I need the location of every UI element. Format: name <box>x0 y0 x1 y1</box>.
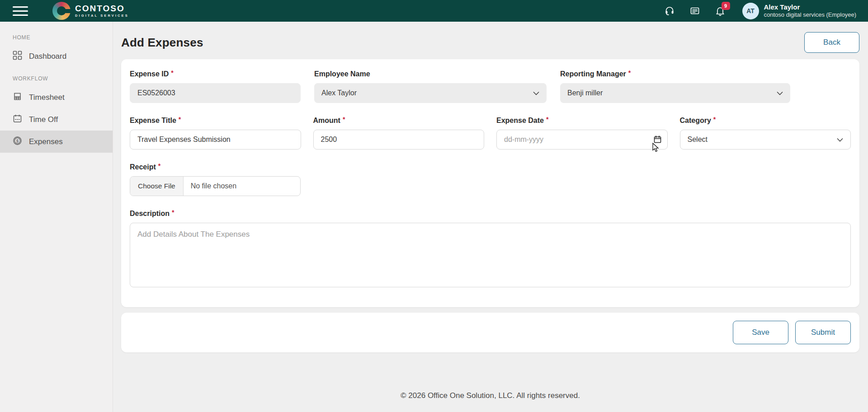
receipt-label: Receipt* <box>130 163 851 171</box>
required-asterisk: * <box>158 162 160 171</box>
sidebar-item-expenses[interactable]: $ Expenses <box>0 131 113 153</box>
user-menu[interactable]: AT Alex Taylor contoso digital services … <box>742 3 856 19</box>
submit-button[interactable]: Submit <box>795 321 851 344</box>
chevron-down-icon <box>837 136 843 144</box>
user-name: Alex Taylor <box>764 3 856 11</box>
sidebar-item-label: Expenses <box>29 137 63 146</box>
category-value: Select <box>688 136 708 144</box>
reporting-manager-select[interactable]: Benji miller <box>560 83 790 103</box>
required-asterisk: * <box>172 209 174 218</box>
calendar-icon[interactable] <box>654 136 661 145</box>
category-select[interactable]: Select <box>680 130 851 150</box>
description-label: Description* <box>130 210 851 218</box>
description-field[interactable] <box>130 223 851 287</box>
avatar: AT <box>742 3 759 19</box>
required-asterisk: * <box>343 116 345 125</box>
time-off-icon <box>13 114 22 126</box>
file-status-text: No file chosen <box>184 177 244 196</box>
required-asterisk: * <box>546 116 548 125</box>
expense-title-label: Expense Title* <box>130 117 301 125</box>
brand-logo: CONTOSO DIGITAL SERVICES <box>52 2 129 20</box>
expense-date-field[interactable] <box>496 130 668 150</box>
user-organization: contoso digital services (Employee) <box>764 11 856 19</box>
expense-date-label: Expense Date* <box>496 117 668 125</box>
sidebar-section-home: HOME <box>0 26 113 45</box>
sidebar-item-label: Timesheet <box>29 93 65 102</box>
expense-id-label: Expense ID* <box>130 70 301 78</box>
required-asterisk: * <box>628 69 631 78</box>
back-button[interactable]: Back <box>804 32 859 53</box>
sidebar-item-timesheet[interactable]: Timesheet <box>0 86 113 108</box>
hamburger-menu-icon[interactable] <box>13 6 28 16</box>
chevron-down-icon <box>777 89 783 97</box>
contoso-logo-icon <box>52 2 71 20</box>
receipt-file-input[interactable]: Choose File No file chosen <box>130 176 301 196</box>
chevron-down-icon <box>533 89 539 97</box>
expenses-icon: $ <box>13 136 22 148</box>
reporting-manager-label: Reporting Manager* <box>560 70 790 78</box>
employee-name-label: Employee Name <box>314 70 547 78</box>
required-asterisk: * <box>171 69 173 78</box>
amount-label: Amount* <box>313 117 485 125</box>
topbar: CONTOSO DIGITAL SERVICES <box>0 0 868 22</box>
news-board-icon[interactable] <box>689 5 701 17</box>
dashboard-icon <box>13 51 22 62</box>
notification-count-badge: 9 <box>722 2 730 10</box>
timesheet-icon <box>13 92 22 103</box>
sidebar-section-workflow: WORKFLOW <box>0 67 113 86</box>
sidebar: HOME Dashboard WORKFLOW <box>0 22 113 412</box>
expense-id-field[interactable] <box>130 83 301 103</box>
form-actions-card: Save Submit <box>121 313 859 352</box>
svg-text:$: $ <box>16 138 19 143</box>
sidebar-item-label: Dashboard <box>29 52 66 61</box>
sidebar-item-label: Time Off <box>29 115 58 124</box>
brand-name: CONTOSO <box>75 4 129 13</box>
employee-name-value: Alex Taylor <box>321 89 357 97</box>
brand-tagline: DIGITAL SERVICES <box>75 14 129 18</box>
choose-file-button[interactable]: Choose File <box>130 177 184 196</box>
required-asterisk: * <box>179 116 181 125</box>
add-expense-form-card: Expense ID* Employee Name Alex Taylor <box>121 59 859 307</box>
expense-title-field[interactable] <box>130 130 301 150</box>
copyright-footer: © 2026 Office One Solution, LLC. All rig… <box>121 391 859 400</box>
required-asterisk: * <box>713 116 716 125</box>
main-content: Add Expenses Back Expense ID* Employee N… <box>113 22 868 412</box>
page-title: Add Expenses <box>121 36 203 50</box>
reporting-manager-value: Benji miller <box>567 89 603 97</box>
save-button[interactable]: Save <box>733 321 788 344</box>
employee-name-select[interactable]: Alex Taylor <box>314 83 547 103</box>
support-headset-icon[interactable] <box>664 5 675 17</box>
category-label: Category* <box>680 117 851 125</box>
amount-field[interactable] <box>313 130 485 150</box>
sidebar-item-time-off[interactable]: Time Off <box>0 108 113 131</box>
sidebar-item-dashboard[interactable]: Dashboard <box>0 45 113 67</box>
notifications-bell-icon[interactable]: 9 <box>714 5 726 17</box>
